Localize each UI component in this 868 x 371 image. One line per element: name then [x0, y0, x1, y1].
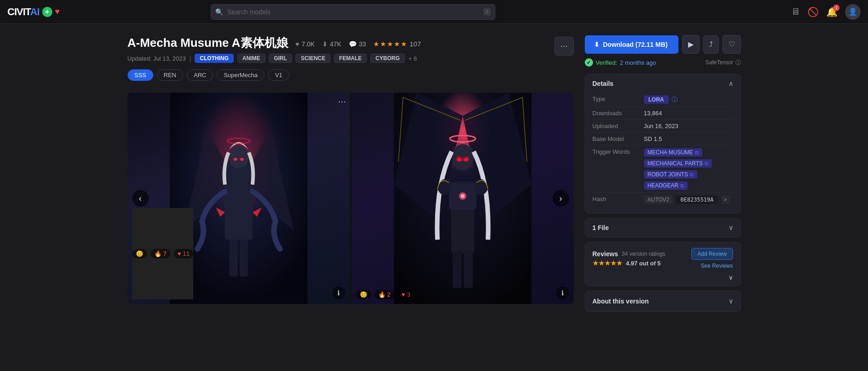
search-input[interactable]: [211, 4, 495, 20]
svg-rect-28: [464, 251, 473, 288]
gallery-image-2-placeholder: [352, 93, 574, 304]
save-button[interactable]: ♡: [722, 35, 741, 54]
vtab-supermecha[interactable]: SuperMecha: [217, 69, 264, 81]
svg-rect-10: [240, 240, 248, 276]
action-row: ⬇ Download (72.11 MB) ▶ ⤴ ♡: [585, 35, 741, 54]
about-section: About this version ∨: [585, 291, 741, 312]
reviews-title: Reviews 34 version ratings: [593, 250, 666, 258]
gallery-prev-button[interactable]: ‹: [132, 190, 149, 207]
hash-type: AUTOV2: [644, 196, 673, 204]
review-count: 107: [409, 40, 421, 48]
vtab-v1[interactable]: V1: [268, 69, 289, 81]
download-icon: ⬇: [322, 40, 328, 48]
comment-icon: 💬: [349, 40, 357, 48]
fire-reaction-1[interactable]: 🔥 7: [151, 249, 170, 259]
play-button[interactable]: ▶: [682, 35, 700, 54]
trigger-tag-mechanical-parts[interactable]: MECHANICAL PARTS ⧉: [644, 159, 712, 168]
fire-reaction-2[interactable]: 🔥 2: [375, 290, 394, 299]
more-options-button[interactable]: ⋯: [554, 37, 574, 56]
verified-date-link[interactable]: 2 months ago: [620, 59, 656, 66]
svg-point-20: [452, 144, 474, 170]
trigger-tag-mechanical-parts-text: MECHANICAL PARTS: [648, 160, 703, 167]
tag-girl[interactable]: GIRL: [269, 54, 292, 63]
files-header[interactable]: 1 File ∨: [585, 219, 740, 237]
logo-plus-button[interactable]: +: [42, 7, 52, 17]
see-reviews-button[interactable]: See Reviews: [700, 263, 733, 269]
hash-arrow-button[interactable]: >: [721, 196, 730, 204]
logo[interactable]: CIVITAI + ♥: [7, 6, 60, 18]
svg-point-19: [461, 194, 465, 198]
fire-count-2: 2: [387, 291, 391, 298]
gallery-image-1: 😊 🔥 7 ♥ 11 ℹ ⋯: [128, 93, 350, 304]
star-3: ★: [387, 40, 393, 48]
trigger-words-list: MECHA MUSUME ⧉ MECHANICAL PARTS ⧉ ROBOT …: [644, 148, 733, 190]
trigger-tag-mecha-musume[interactable]: MECHA MUSUME ⧉: [644, 148, 702, 157]
vtab-ren[interactable]: REN: [157, 69, 183, 81]
tag-cyborg[interactable]: CYBORG: [370, 54, 405, 63]
heart-reaction-2[interactable]: ♥ 3: [398, 290, 414, 299]
heart-count-2: 3: [407, 291, 410, 298]
details-body: Type LORA ⓘ Downloads 13,864 Uploaded Ju…: [585, 93, 740, 213]
emoji-icon-1: 😊: [136, 250, 143, 257]
add-review-button[interactable]: Add Review: [691, 248, 733, 260]
svg-rect-5: [225, 185, 252, 240]
trigger-tag-robot-joints[interactable]: ROBOT JOINTS ⧉: [644, 170, 697, 179]
vtab-sss[interactable]: SSS: [128, 69, 153, 81]
type-info-icon[interactable]: ⓘ: [672, 96, 678, 104]
bell-icon[interactable]: 🔔 1: [826, 6, 838, 17]
emoji-reaction-1[interactable]: 😊: [132, 249, 147, 259]
details-header[interactable]: Details ∧: [585, 74, 740, 93]
verified-badge: ✓ Verified: 2 months ago: [585, 58, 656, 67]
hide-icon[interactable]: 🚫: [807, 6, 819, 17]
safe-tensor-info-icon: ⓘ: [735, 59, 741, 67]
svg-rect-9: [230, 240, 238, 276]
safe-tensor-badge: SafeTensor ⓘ: [706, 59, 741, 67]
trigger-words-label: Trigger Words: [593, 148, 638, 155]
logo-heart-icon[interactable]: ♥: [55, 7, 60, 17]
hash-value-row: AUTOV2 0E8235519A >: [644, 196, 730, 204]
emoji-reaction-2[interactable]: 😊: [356, 290, 371, 299]
left-panel: A-Mecha Musume A素体机娘 ♥ 7.0K ⬇ 47K 💬 33: [128, 35, 574, 316]
heart-reaction-1[interactable]: ♥ 11: [174, 249, 193, 259]
monitor-icon[interactable]: 🖥: [791, 6, 800, 17]
reviews-label: Reviews: [593, 250, 618, 258]
tag-clothing[interactable]: CLOTHING: [195, 54, 234, 63]
files-title: 1 File: [593, 224, 609, 231]
comments-count: 33: [359, 40, 366, 48]
title-stats: ♥ 7.0K ⬇ 47K 💬 33 ★ ★: [296, 40, 421, 48]
info-overlay-1[interactable]: ℹ: [332, 287, 345, 299]
dots-overlay-1[interactable]: ⋯: [338, 96, 346, 107]
base-model-label: Base Model: [593, 135, 638, 142]
version-ratings: 34 version ratings: [622, 251, 666, 257]
svg-point-6: [229, 146, 249, 169]
tag-more[interactable]: + 6: [409, 55, 417, 62]
lora-badge: LORA: [644, 96, 669, 104]
download-button[interactable]: ⬇ Download (72.11 MB): [585, 35, 678, 54]
fire-icon-2: 🔥: [378, 291, 386, 298]
rating-row: ★★★★★ 4.97 out of 5: [593, 259, 666, 267]
verified-row: ✓ Verified: 2 months ago SafeTensor ⓘ: [585, 58, 741, 67]
navbar: CIVITAI + ♥ 🔍 / 🖥 🚫 🔔 1 👤: [0, 0, 868, 24]
details-chevron-icon: ∧: [728, 80, 733, 87]
base-model-value: SD 1.5: [644, 135, 662, 142]
right-panel: ⬇ Download (72.11 MB) ▶ ⤴ ♡ ✓ Verified: …: [585, 35, 741, 316]
likes-count: 7.0K: [302, 40, 315, 48]
heart-icon: ♥: [296, 40, 299, 48]
vtab-arc[interactable]: ARC: [187, 69, 213, 81]
avatar[interactable]: 👤: [845, 4, 861, 20]
trigger-tag-headgear[interactable]: HEADGEAR ⧉: [644, 181, 688, 190]
image-gallery: 😊 🔥 7 ♥ 11 ℹ ⋯: [128, 93, 574, 304]
info-overlay-2[interactable]: ℹ: [556, 287, 569, 299]
about-header[interactable]: About this version ∨: [585, 291, 740, 311]
logo-civit: CIVIT: [7, 6, 30, 17]
gallery-next-button[interactable]: ›: [553, 190, 569, 207]
tag-female[interactable]: FEMALE: [334, 54, 367, 63]
reviews-right: Add Review See Reviews: [691, 248, 733, 269]
about-title: About this version: [593, 298, 649, 305]
hash-value: 0E8235519A: [676, 196, 718, 204]
copy-icon-3: ⧉: [690, 172, 694, 178]
updated-label: Updated: Jul 13, 2023: [128, 55, 186, 62]
tag-anime[interactable]: ANIME: [237, 54, 265, 63]
tag-science[interactable]: SCIENCE: [296, 54, 330, 63]
share-button[interactable]: ⤴: [703, 35, 719, 54]
